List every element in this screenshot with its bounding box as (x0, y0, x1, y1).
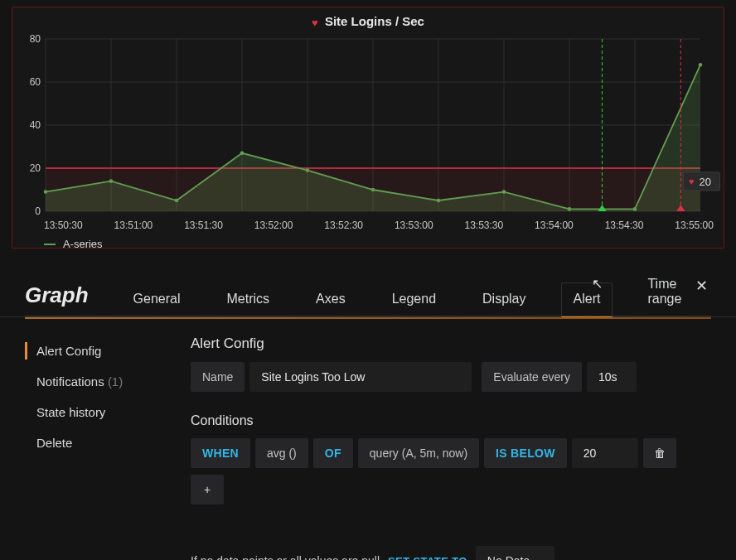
chart-title-text: Site Logins / Sec (325, 14, 424, 28)
alert-config-body: Alert Config Name Evaluate every Conditi… (191, 336, 711, 560)
alert-side-nav: Alert Config Notifications (1) State his… (25, 336, 166, 560)
broken-heart-icon: ♥ (312, 17, 318, 29)
tab-metrics[interactable]: Metrics (215, 283, 282, 316)
cond-when-keyword[interactable]: WHEN (191, 438, 250, 468)
cond-of-keyword[interactable]: OF (313, 438, 353, 468)
no-data-row: If no data points or all values are null… (191, 546, 711, 560)
plot-area[interactable]: 020406080 ♥ 20 (21, 34, 715, 216)
svg-point-31 (633, 207, 637, 211)
tab-general[interactable]: General (122, 283, 192, 316)
trash-icon: 🗑 (654, 447, 666, 460)
svg-point-26 (306, 168, 310, 172)
svg-point-22 (44, 190, 48, 194)
sidebar-item-label: Delete (36, 436, 72, 450)
x-tick-label: 13:51:00 (114, 220, 153, 231)
broken-heart-icon: ♥ (689, 176, 695, 186)
threshold-value: 20 (700, 175, 711, 187)
sidebar-item-delete[interactable]: Delete (25, 427, 166, 458)
tab-legend[interactable]: Legend (380, 283, 448, 316)
legend-swatch (44, 244, 56, 245)
add-condition-button[interactable]: + (191, 475, 224, 504)
svg-point-28 (437, 198, 441, 202)
no-data-state-select[interactable]: No Data (476, 546, 554, 560)
x-tick-label: 13:54:30 (605, 220, 644, 231)
evaluate-every-label: Evaluate every (482, 362, 582, 392)
cond-query[interactable]: query (A, 5m, now) (358, 438, 479, 468)
svg-text:40: 40 (30, 119, 41, 131)
panel-type-title: Graph (25, 282, 89, 316)
add-condition-row: + (191, 475, 711, 504)
svg-text:20: 20 (30, 162, 41, 174)
sidebar-item-state-history[interactable]: State history (25, 397, 166, 427)
section-heading-alert-config: Alert Config (191, 336, 711, 352)
svg-text:60: 60 (30, 76, 41, 88)
tab-axes[interactable]: Axes (304, 283, 357, 316)
threshold-badge[interactable]: ♥ 20 (683, 171, 720, 191)
chart-title: ♥ Site Logins / Sec (21, 12, 715, 34)
close-icon[interactable]: ✕ (695, 277, 708, 295)
no-data-state-value: No Data (487, 554, 530, 560)
x-tick-label: 13:52:30 (324, 220, 363, 231)
plus-icon: + (204, 483, 211, 496)
alert-name-row: Name Evaluate every (191, 362, 711, 392)
x-tick-label: 13:52:00 (254, 220, 293, 231)
editor-tab-bar: Graph General Metrics Axes Legend Displa… (0, 249, 736, 317)
cond-operator[interactable]: IS BELOW (484, 438, 567, 468)
svg-point-27 (371, 187, 375, 191)
svg-point-29 (502, 190, 506, 194)
svg-text:0: 0 (35, 205, 41, 216)
cond-value-input[interactable] (572, 438, 638, 468)
condition-row: WHEN avg () OF query (A, 5m, now) IS BEL… (191, 438, 711, 468)
set-state-to-label: SET STATE TO (388, 555, 467, 561)
x-tick-label: 13:53:30 (464, 220, 503, 231)
evaluate-every-input[interactable] (587, 362, 637, 392)
tabs-container: General Metrics Axes Legend Display Aler… (122, 268, 711, 316)
cond-aggregation[interactable]: avg () (255, 438, 308, 468)
x-axis-labels: 13:50:3013:51:0013:51:3013:52:0013:52:30… (21, 220, 715, 231)
sidebar-item-label: Notifications (36, 374, 104, 389)
svg-point-25 (240, 151, 245, 155)
x-tick-label: 13:54:00 (535, 220, 574, 231)
no-data-text: If no data points or all values are null (191, 554, 380, 560)
tab-alert[interactable]: Alert (561, 282, 613, 317)
sidebar-item-label: State history (36, 405, 105, 419)
x-tick-label: 13:55:00 (675, 220, 714, 231)
conditions-heading: Conditions (191, 413, 711, 428)
notifications-count: (1) (108, 374, 123, 389)
x-tick-label: 13:53:00 (395, 220, 433, 231)
line-chart-svg: 020406080 (21, 34, 709, 216)
tab-underline (25, 317, 711, 319)
chart-panel: ♥ Site Logins / Sec 020406080 ♥ 20 13:50… (12, 7, 724, 249)
svg-point-30 (568, 207, 572, 211)
name-label: Name (191, 362, 245, 392)
alert-name-input[interactable] (249, 362, 472, 392)
svg-point-32 (699, 62, 703, 66)
tab-display[interactable]: Display (471, 283, 537, 316)
svg-point-24 (175, 198, 179, 202)
svg-point-23 (109, 179, 114, 183)
sidebar-item-notifications[interactable]: Notifications (1) (25, 366, 166, 397)
sidebar-item-alert-config[interactable]: Alert Config (25, 336, 166, 366)
cond-delete-button[interactable]: 🗑 (643, 438, 676, 468)
svg-text:80: 80 (30, 34, 41, 45)
x-tick-label: 13:51:30 (184, 220, 223, 231)
alert-editor: Alert Config Notifications (1) State his… (0, 319, 736, 560)
x-tick-label: 13:50:30 (44, 220, 83, 231)
sidebar-item-label: Alert Config (36, 344, 101, 358)
